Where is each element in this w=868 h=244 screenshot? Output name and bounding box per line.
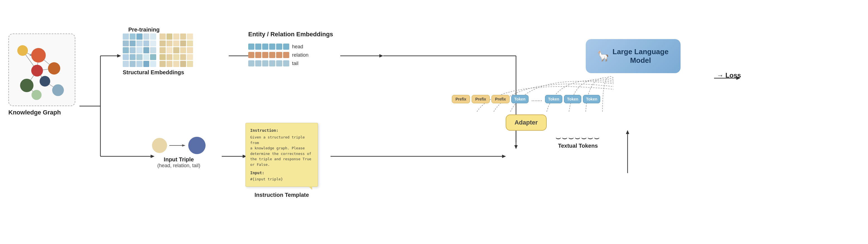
- input-body: #{input triple}: [250, 177, 313, 182]
- grid1-cell: [150, 61, 156, 67]
- llama-icon: 🦙: [597, 50, 610, 62]
- grid2-cell: [173, 54, 179, 60]
- tail-cell-4: [269, 60, 275, 66]
- token-4: Token: [583, 95, 600, 103]
- grid1-cell: [136, 33, 143, 39]
- svg-marker-3: [117, 54, 121, 57]
- grid2-cell: [166, 33, 173, 39]
- grid2-cell: [159, 33, 166, 39]
- llm-section: 🦙 Large Language Model: [586, 39, 681, 73]
- grid2-cell: [180, 33, 186, 39]
- tail-cell-1: [248, 60, 254, 66]
- grid1-cell: [130, 61, 136, 67]
- input-triple-label: Input Triple: [152, 156, 206, 163]
- grid2-cell: [159, 47, 166, 53]
- struct-section: Structural Embeddings: [123, 33, 193, 76]
- relation-emb-bar: [248, 52, 289, 58]
- token-2: Token: [545, 95, 562, 103]
- svg-point-37: [40, 76, 50, 86]
- kg-label: Knowledge Graph: [8, 109, 75, 116]
- head-cell-5: [276, 44, 282, 50]
- llm-box: 🦙 Large Language Model: [586, 39, 681, 73]
- grid2-cell: [166, 61, 173, 67]
- grid1-cell: [136, 40, 143, 47]
- triple-node-head: [152, 138, 167, 153]
- rel-cell-6: [283, 52, 289, 58]
- adapter-box: Adapter: [506, 114, 547, 131]
- grid1-cell: [150, 54, 156, 60]
- grid2-cell: [166, 54, 173, 60]
- relation-label: relation: [292, 52, 309, 58]
- triple-diagram: [152, 137, 206, 154]
- svg-point-38: [52, 84, 64, 96]
- tail-cell-3: [262, 60, 268, 66]
- grid2-cell: [173, 47, 179, 53]
- prefix-token-1: Prefix: [452, 95, 470, 103]
- grid2-cell: [180, 61, 186, 67]
- instruction-title: Instruction:: [250, 128, 313, 133]
- kg-connections: [9, 34, 76, 107]
- input-title: Input:: [250, 170, 313, 176]
- structural-embeddings-label: Structural Embeddings: [123, 69, 193, 76]
- grid1-cell: [130, 33, 136, 39]
- svg-point-36: [20, 79, 33, 92]
- grid2-cell: [187, 61, 193, 67]
- instruction-template-label: Instruction Template: [245, 192, 318, 198]
- triple-arrow-svg: [169, 143, 186, 148]
- grid1-cell: [123, 54, 129, 60]
- svg-point-34: [31, 65, 43, 77]
- pre-training-label: Pre-training: [128, 27, 159, 33]
- grid1-cell: [136, 54, 143, 60]
- grid2-cell: [173, 33, 179, 39]
- head-cell-4: [269, 44, 275, 50]
- rel-cell-1: [248, 52, 254, 58]
- grid2-cell: [187, 54, 193, 60]
- tail-label: tail: [292, 61, 299, 66]
- loss-label: → Loss: [717, 72, 741, 79]
- entity-relation-label: Entity / Relation Embeddings: [248, 31, 333, 38]
- head-cell-1: [248, 44, 254, 50]
- grid2-matrix: [159, 33, 193, 67]
- svg-marker-13: [502, 155, 506, 158]
- brace-symbol: ⌣⌣⌣⌣⌣⌣⌣: [555, 132, 600, 143]
- grid2-cell: [180, 54, 186, 60]
- kg-section: Knowledge Graph: [8, 33, 75, 116]
- instruction-section: Instruction: Given a structured triple f…: [245, 123, 318, 198]
- grid2-cell: [159, 54, 166, 60]
- grid1-cell: [143, 54, 150, 60]
- rel-cell-3: [262, 52, 268, 58]
- rel-cell-4: [269, 52, 275, 58]
- head-embedding-row: head: [248, 44, 333, 50]
- llm-header: 🦙 Large Language Model: [597, 48, 670, 65]
- prefix-token-3: Prefix: [492, 95, 509, 103]
- head-cell-2: [255, 44, 261, 50]
- prefix-token-2: Prefix: [472, 95, 490, 103]
- head-cell-3: [262, 44, 268, 50]
- input-triple-section: Input Triple (head, relation, tail): [152, 137, 206, 169]
- grid1-cell: [123, 40, 129, 47]
- grid1-cell: [150, 33, 156, 39]
- grids-container: [123, 33, 193, 67]
- svg-marker-9: [379, 54, 383, 57]
- grid1-cell: [150, 47, 156, 53]
- svg-point-32: [31, 48, 46, 62]
- token-1: Token: [511, 95, 529, 103]
- llm-title: Large Language Model: [612, 48, 670, 65]
- grid1-cell: [143, 47, 150, 53]
- token-row: Prefix Prefix Prefix Token ....... Token…: [452, 95, 600, 103]
- grid1-cell: [130, 47, 136, 53]
- triple-node-tail: [188, 137, 206, 154]
- tail-cell-2: [255, 60, 261, 66]
- grid2-cell: [159, 40, 166, 47]
- relation-embedding-row: relation: [248, 52, 333, 58]
- grid2-cell: [173, 40, 179, 47]
- grid1-cell: [143, 33, 150, 39]
- rel-cell-5: [276, 52, 282, 58]
- grid1-cell: [130, 40, 136, 47]
- grid2-cell: [187, 47, 193, 53]
- svg-point-39: [32, 90, 41, 100]
- tail-embedding-row: tail: [248, 60, 333, 66]
- grid1-cell: [143, 40, 150, 47]
- sticky-note: Instruction: Given a structured triple f…: [245, 123, 318, 187]
- grid1-cell: [136, 47, 143, 53]
